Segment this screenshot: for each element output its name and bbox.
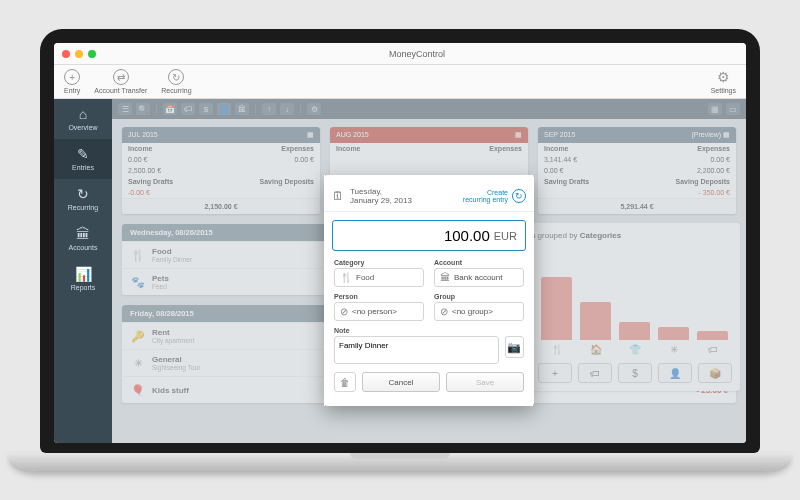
window-title: MoneyControl (389, 49, 445, 59)
transfer-icon: ⇄ (113, 69, 129, 85)
entry-date[interactable]: Tuesday, January 29, 2013 (350, 187, 457, 205)
sidebar: ⌂ Overview ✎ Entries ↻ Recurring 🏛 Accou… (54, 99, 112, 443)
bank-icon: 🏛 (440, 272, 450, 283)
sidebar-item-reports[interactable]: 📊 Reports (54, 259, 112, 299)
plus-icon: + (64, 69, 80, 85)
sidebar-item-label: Overview (68, 124, 97, 131)
account-transfer-button[interactable]: ⇄ Account Transfer (94, 69, 147, 94)
create-recurring-button[interactable]: Create recurring entry ↻ (463, 189, 526, 203)
zoom-traffic-light[interactable] (88, 50, 96, 58)
sidebar-item-label: Reports (71, 284, 96, 291)
gear-icon: ⚙ (715, 69, 731, 85)
recurring-button[interactable]: ↻ Recurring (161, 69, 191, 94)
recurring-icon: ↻ (168, 69, 184, 85)
trash-icon: 🗑 (340, 377, 350, 388)
recurring-icon: ↻ (512, 189, 526, 203)
sidebar-item-label: Recurring (68, 204, 98, 211)
sidebar-item-recurring[interactable]: ↻ Recurring (54, 179, 112, 219)
pencil-icon: ✎ (77, 147, 89, 161)
close-traffic-light[interactable] (62, 50, 70, 58)
minimize-traffic-light[interactable] (75, 50, 83, 58)
settings-button[interactable]: ⚙ Settings (711, 69, 736, 94)
sidebar-item-entries[interactable]: ✎ Entries (54, 139, 112, 179)
save-button[interactable]: Save (446, 372, 524, 392)
none-icon: ⊘ (440, 306, 448, 317)
attach-photo-button[interactable]: 📷 (505, 336, 524, 358)
cycle-icon: ↻ (77, 187, 89, 201)
cancel-button[interactable]: Cancel (362, 372, 440, 392)
sidebar-item-label: Accounts (69, 244, 98, 251)
amount-field[interactable]: EUR (332, 220, 526, 251)
group-picker[interactable]: ⊘<no group> (434, 302, 524, 321)
camera-icon: 📷 (507, 341, 521, 354)
entry-button[interactable]: + Entry (64, 69, 80, 94)
sidebar-item-label: Entries (72, 164, 94, 171)
currency-label: EUR (494, 230, 517, 242)
note-input[interactable] (334, 336, 499, 364)
calendar-icon: 🗓 (332, 189, 344, 203)
toolbar: + Entry ⇄ Account Transfer ↻ Recurring ⚙… (54, 65, 746, 99)
chart-icon: 📊 (75, 267, 92, 281)
person-picker[interactable]: ⊘<no person> (334, 302, 424, 321)
delete-button[interactable]: 🗑 (334, 372, 356, 392)
amount-input[interactable] (341, 227, 490, 244)
sidebar-item-overview[interactable]: ⌂ Overview (54, 99, 112, 139)
bank-icon: 🏛 (76, 227, 90, 241)
entry-modal: 🗓 Tuesday, January 29, 2013 Create recur… (324, 175, 534, 406)
account-picker[interactable]: 🏛Bank account (434, 268, 524, 287)
category-picker[interactable]: 🍴Food (334, 268, 424, 287)
home-icon: ⌂ (79, 107, 87, 121)
none-icon: ⊘ (340, 306, 348, 317)
sidebar-item-accounts[interactable]: 🏛 Accounts (54, 219, 112, 259)
food-icon: 🍴 (340, 272, 352, 283)
titlebar: MoneyControl (54, 43, 746, 65)
